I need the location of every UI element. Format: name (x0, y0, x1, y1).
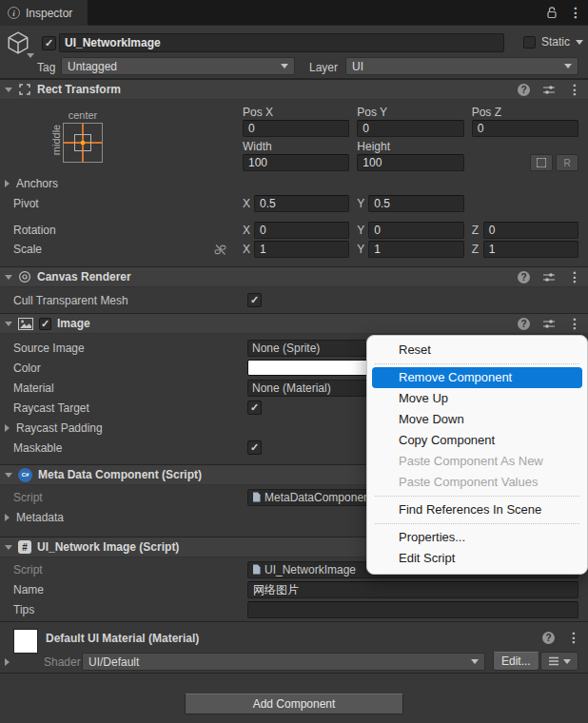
name-input[interactable]: 网络图片 (247, 581, 578, 598)
material-preview-thumbnail[interactable] (13, 629, 38, 654)
help-icon[interactable]: ? (518, 271, 530, 283)
foldout-closed-icon[interactable] (5, 658, 10, 666)
static-dropdown-arrow[interactable] (576, 40, 583, 45)
blueprint-mode-button[interactable] (530, 154, 553, 171)
rotation-label: Rotation (0, 224, 243, 237)
foldout-open-icon[interactable] (5, 275, 12, 280)
raw-edit-mode-button[interactable]: R (556, 154, 578, 171)
anchor-horizontal-label: center (63, 109, 103, 121)
canvas-renderer-header[interactable]: Canvas Renderer ? ⋮ (0, 266, 588, 287)
image-enabled-checkbox[interactable]: ✓ (39, 318, 51, 330)
pos-x-input[interactable]: 0 (243, 120, 349, 137)
material-value: None (Material) (252, 381, 331, 395)
rotation-y-input[interactable]: 0 (368, 222, 463, 239)
tab-inspector[interactable]: i Inspector (0, 0, 88, 26)
gameobject-cube-icon[interactable] (6, 30, 30, 55)
tab-bar: i Inspector ⋮ (0, 0, 588, 26)
kebab-menu-icon[interactable]: ⋮ (567, 631, 580, 644)
help-icon[interactable]: ? (518, 84, 530, 96)
tips-input[interactable] (247, 601, 578, 618)
add-component-button[interactable]: Add Component (185, 694, 403, 714)
meta-script-value: MetaDataComponent (265, 491, 373, 504)
material-list-button[interactable] (540, 652, 578, 671)
kebab-menu-icon[interactable]: ⋮ (569, 6, 582, 19)
foldout-open-icon[interactable] (5, 473, 12, 478)
menu-item-reset[interactable]: Reset (367, 340, 587, 361)
inspector-window: i Inspector ⋮ ✓ UI_NetworkImage Static (0, 0, 588, 723)
foldout-open-icon[interactable] (5, 545, 12, 550)
rotation-x-input[interactable]: 0 (254, 222, 349, 239)
y-axis-label: Y (357, 197, 364, 210)
width-input[interactable]: 100 (243, 154, 349, 171)
cull-transparent-mesh-checkbox[interactable]: ✓ (247, 293, 262, 307)
shader-dropdown[interactable]: UI/Default (82, 653, 485, 671)
menu-item-move-down[interactable]: Move Down (367, 409, 587, 430)
scale-label: Scale (0, 243, 214, 256)
y-axis-label: Y (357, 243, 364, 256)
section-title: Rect Transform (37, 83, 121, 96)
gameobject-header: ✓ UI_NetworkImage Static Tag Untagged La… (0, 26, 588, 79)
preset-icon[interactable] (542, 85, 556, 95)
pivot-y-input[interactable]: 0.5 (368, 195, 463, 212)
menu-separator (375, 496, 579, 497)
help-icon[interactable]: ? (518, 318, 530, 330)
pos-y-input[interactable]: 0 (357, 120, 463, 137)
anchor-preview-box (63, 123, 103, 163)
rotation-z-input[interactable]: 0 (483, 222, 578, 239)
preset-icon[interactable] (542, 272, 556, 283)
foldout-open-icon[interactable] (5, 88, 12, 92)
raycast-target-label: Raycast Target (0, 401, 247, 415)
material-section: Default UI Material (Material) ? ⋮ Shade… (0, 621, 588, 674)
preset-icon[interactable] (542, 319, 556, 329)
pos-z-input[interactable]: 0 (472, 120, 578, 137)
menu-item-find-references-in-scene[interactable]: Find References In Scene (367, 499, 587, 520)
menu-separator (375, 523, 579, 524)
rect-transform-body: center middle Pos X Pos Y Pos Z 0 0 0 Wi… (0, 100, 588, 266)
metadata-label: Metadata (16, 511, 64, 524)
foldout-closed-icon[interactable] (5, 514, 10, 521)
tag-dropdown[interactable]: Untagged (61, 57, 295, 75)
edit-shader-button[interactable]: Edit... (493, 652, 539, 671)
help-icon[interactable]: ? (542, 632, 555, 644)
rect-transform-header[interactable]: Rect Transform ? ⋮ (0, 79, 588, 100)
menu-item-move-up[interactable]: Move Up (367, 388, 587, 409)
menu-item-properties[interactable]: Properties... (367, 527, 587, 548)
x-axis-label: X (243, 224, 250, 237)
unlink-scale-icon[interactable] (214, 244, 229, 256)
layer-dropdown[interactable]: UI (345, 57, 578, 75)
unlock-icon[interactable] (546, 6, 558, 19)
chevron-down-icon (471, 659, 479, 664)
info-icon: i (8, 7, 20, 19)
scale-z-input[interactable]: 1 (483, 241, 578, 258)
shader-label: Shader (44, 655, 81, 669)
menu-item-paste-component-as-new: Paste Component As New (367, 451, 587, 472)
maskable-checkbox[interactable]: ✓ (247, 440, 262, 455)
foldout-closed-icon[interactable] (5, 424, 10, 432)
name-label: Name (0, 583, 247, 596)
menu-item-copy-component[interactable]: Copy Component (367, 430, 587, 451)
gameobject-name-input[interactable]: UI_NetworkImage (59, 33, 504, 52)
raycast-target-checkbox[interactable]: ✓ (247, 401, 262, 415)
menu-item-remove-component[interactable]: Remove Component (372, 367, 582, 388)
kebab-menu-icon[interactable]: ⋮ (568, 317, 581, 330)
anchor-preset-widget[interactable]: center middle (48, 109, 116, 168)
scale-y-input[interactable]: 1 (368, 241, 463, 258)
foldout-closed-icon[interactable] (5, 180, 10, 187)
pivot-x-input[interactable]: 0.5 (254, 195, 349, 212)
chevron-down-icon (564, 64, 572, 68)
script-page-icon (252, 492, 261, 502)
image-component-header[interactable]: ✓ Image ? ⋮ (0, 313, 588, 334)
ui-network-script-icon: # (18, 540, 31, 554)
height-input[interactable]: 100 (357, 154, 463, 171)
foldout-open-icon[interactable] (5, 322, 12, 326)
icon-select-arrow[interactable] (27, 53, 34, 58)
kebab-menu-icon[interactable]: ⋮ (568, 270, 581, 283)
script-label: Script (0, 563, 247, 576)
gameobject-active-checkbox[interactable]: ✓ (42, 36, 56, 50)
kebab-menu-icon[interactable]: ⋮ (568, 83, 581, 96)
static-checkbox[interactable] (523, 36, 536, 49)
menu-item-edit-script[interactable]: Edit Script (367, 548, 587, 569)
chevron-down-icon (281, 64, 288, 68)
scale-x-input[interactable]: 1 (254, 241, 349, 258)
pos-z-label: Pos Z (472, 106, 578, 119)
